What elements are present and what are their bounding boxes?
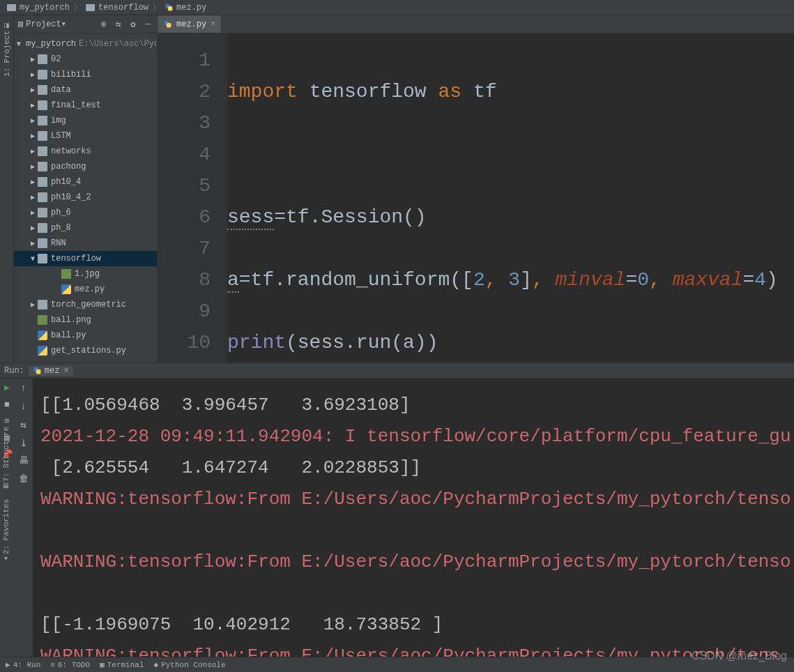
tree-item[interactable]: torch_geometric: [14, 297, 157, 312]
line-number[interactable]: 10: [158, 327, 211, 358]
tree-folder[interactable]: 02: [14, 52, 157, 67]
project-tree[interactable]: my_pytorch E:\Users\aoc\Pyc 02bilibilida…: [14, 33, 157, 362]
rerun-icon[interactable]: ▶: [2, 383, 12, 392]
tree-folder[interactable]: ph_6: [14, 205, 157, 220]
print-icon[interactable]: 🖶: [18, 455, 29, 466]
editor-tab-mez[interactable]: mez.py ×: [158, 15, 222, 33]
tree-folder[interactable]: ph10_4: [14, 174, 157, 190]
tree-folder[interactable]: ph10_4_2: [14, 190, 157, 205]
tree-item[interactable]: ball.py: [14, 328, 157, 343]
svg-rect-3: [167, 23, 171, 28]
line-number[interactable]: 8: [158, 264, 211, 296]
line-number[interactable]: 4: [158, 139, 211, 170]
tree-folder[interactable]: bilibili: [14, 67, 157, 82]
tree-folder[interactable]: data: [14, 82, 157, 98]
expand-arrow-icon[interactable]: [29, 208, 36, 217]
expand-arrow-icon[interactable]: [17, 40, 21, 48]
tree-item[interactable]: ball.png: [14, 312, 157, 328]
expand-arrow-icon[interactable]: [29, 162, 36, 171]
expand-arrow-icon[interactable]: [29, 147, 36, 155]
tree-label: img: [51, 116, 66, 125]
tree-folder[interactable]: LSTM: [14, 128, 157, 144]
breadcrumb: my_pytorch 〉 tensorflow 〉 mez.py: [0, 0, 794, 15]
bottom-todo[interactable]: ≡6: TODO: [50, 661, 90, 669]
line-number[interactable]: 5: [158, 170, 211, 201]
code-editor[interactable]: import tensorflow as tf sess=tf.Session(…: [227, 33, 794, 362]
folder-icon: [7, 4, 16, 11]
tree-folder[interactable]: RNN: [14, 236, 157, 251]
tree-file[interactable]: 1.jpg: [14, 266, 157, 282]
expand-arrow-icon[interactable]: [29, 116, 36, 125]
folder-icon: [86, 4, 95, 11]
line-number[interactable]: 3: [158, 107, 211, 139]
stop-icon[interactable]: ■: [2, 399, 12, 409]
console-line: WARNING:tensorflow:From E:/Users/aoc/Pyc…: [40, 547, 787, 578]
folder-icon: [38, 70, 47, 79]
expand-arrow-icon[interactable]: [29, 178, 36, 186]
tree-folder[interactable]: networks: [14, 144, 157, 159]
run-tool-window: Run: mez × ▶ ■ ≡ ▤ 📌 ↑ ↓ ⇆ ⤓ 🖶 🗑 [[1.056…: [0, 362, 794, 657]
bottom-run[interactable]: ▶4: Run: [6, 660, 40, 669]
arrow-up-icon[interactable]: ↑: [18, 383, 29, 394]
bottom-python-console[interactable]: ◆Python Console: [154, 660, 226, 669]
bottom-terminal[interactable]: ▣Terminal: [100, 660, 144, 669]
tree-label: mez.py: [75, 284, 105, 294]
scroll-icon[interactable]: ⤓: [18, 437, 29, 448]
collapse-icon[interactable]: ⇆: [114, 20, 123, 29]
crumb-text: tensorflow: [98, 3, 148, 13]
arrow-down-icon[interactable]: ↓: [18, 401, 29, 412]
expand-arrow-icon[interactable]: [29, 101, 36, 109]
console-output[interactable]: [[1.0569468 3.996457 3.6923108]2021-12-2…: [33, 379, 794, 657]
tree-file[interactable]: mez.py: [14, 282, 157, 297]
editor-gutter[interactable]: 12345678910: [158, 33, 227, 362]
tree-root[interactable]: my_pytorch E:\Users\aoc\Pyc: [14, 36, 157, 52]
tree-folder-tensorflow[interactable]: tensorflow: [14, 251, 157, 266]
folder-icon: [38, 162, 47, 171]
tree-label: bilibili: [51, 70, 91, 79]
close-tab-icon[interactable]: ×: [63, 366, 68, 376]
run-tab-mez[interactable]: mez ×: [29, 366, 73, 376]
project-view-combo[interactable]: ▤ Project ▾: [18, 19, 94, 29]
expand-arrow-icon[interactable]: [29, 86, 36, 94]
tree-item[interactable]: get_stations.py: [14, 343, 157, 358]
hide-icon[interactable]: —: [143, 20, 153, 29]
expand-arrow-icon[interactable]: [29, 70, 36, 79]
tree-folder[interactable]: ph_8: [14, 220, 157, 236]
console-line: [[1.0569468 3.996457 3.6923108]: [40, 390, 787, 421]
python-icon: [165, 3, 174, 12]
folder-icon: [38, 177, 47, 187]
trash-icon[interactable]: 🗑: [18, 473, 29, 484]
tool-tab-project[interactable]: 1: Project ◧: [2, 20, 11, 79]
crumb-folder[interactable]: tensorflow: [83, 3, 151, 13]
expand-arrow-icon[interactable]: [29, 255, 36, 263]
expand-arrow-icon[interactable]: [29, 132, 36, 140]
list-icon: ≡: [50, 661, 55, 669]
expand-arrow-icon[interactable]: [29, 239, 36, 247]
terminal-icon: ▣: [100, 660, 105, 669]
expand-arrow-icon[interactable]: [29, 55, 36, 63]
line-number[interactable]: 6: [158, 201, 211, 233]
tree-folder[interactable]: img: [14, 113, 157, 128]
wrap-icon[interactable]: ⇆: [18, 419, 29, 430]
play-icon: ▶: [6, 660, 10, 669]
python-icon: [33, 366, 42, 375]
line-number[interactable]: 1: [158, 45, 211, 76]
tree-folder[interactable]: final_test: [14, 98, 157, 113]
line-number[interactable]: 9: [158, 296, 211, 327]
tree-root-path: E:\Users\aoc\Pyc: [79, 39, 157, 49]
tool-tab-structure[interactable]: ▤ 7: Structure: [0, 422, 12, 495]
line-number[interactable]: 2: [158, 76, 211, 107]
line-number[interactable]: 7: [158, 233, 211, 264]
tree-folder[interactable]: pachong: [14, 159, 157, 174]
crumb-file[interactable]: mez.py: [162, 3, 209, 13]
settings-icon[interactable]: ✿: [128, 20, 138, 29]
run-label: Run:: [4, 366, 24, 376]
crumb-project[interactable]: my_pytorch: [4, 3, 72, 13]
expand-arrow-icon[interactable]: [29, 224, 36, 232]
expand-arrow-icon[interactable]: [29, 300, 36, 309]
close-tab-icon[interactable]: ×: [211, 20, 215, 29]
expand-arrow-icon[interactable]: [29, 193, 36, 201]
locate-icon[interactable]: ⊕: [99, 20, 109, 29]
tool-tab-favorites[interactable]: ★ 2: Favorites: [0, 495, 12, 567]
watermark: CSDN @mez_Blog: [692, 650, 787, 662]
